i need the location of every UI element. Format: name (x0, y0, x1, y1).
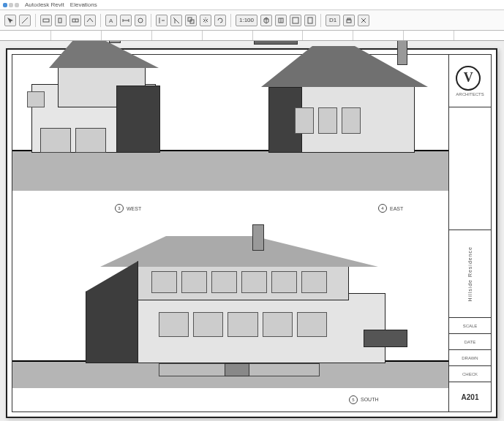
dimension-tool[interactable] (120, 15, 132, 26)
qat-icon[interactable] (15, 3, 19, 7)
separator (230, 14, 231, 27)
align-tool[interactable] (156, 15, 168, 26)
view-number: 4 (378, 204, 387, 213)
view-row-bottom: 5 SOUTH (12, 226, 448, 411)
garage-door (75, 128, 106, 153)
detail-level[interactable]: D1 (326, 15, 340, 26)
view-title: 3 WEST (115, 204, 141, 213)
qat-icon[interactable] (9, 3, 13, 7)
deck (254, 41, 298, 45)
view-name: SOUTH (361, 397, 379, 402)
svg-line-0 (22, 18, 28, 23)
window (342, 107, 361, 134)
app-icon (3, 3, 7, 7)
window-row-upper (151, 271, 327, 293)
elevation-view-east[interactable] (254, 41, 437, 153)
svg-point-9 (138, 18, 143, 23)
chimney (252, 224, 264, 251)
firm-name: ARCHITECTS (456, 92, 484, 96)
plan-tool[interactable] (290, 15, 301, 26)
rotate-tool[interactable] (214, 15, 226, 26)
separator (35, 14, 36, 27)
shadow-mass (86, 261, 138, 363)
separator (100, 14, 101, 27)
sheet-tool[interactable] (304, 15, 316, 26)
title-block-spacer (449, 107, 491, 230)
window-row (159, 312, 327, 337)
roof (49, 41, 159, 68)
view-number: 3 (115, 204, 124, 213)
project-title: Hillside Residence (467, 246, 473, 302)
wall-tool[interactable] (40, 15, 52, 26)
ribbon-toolbar: A 1:100 D1 (0, 10, 504, 31)
chimney (109, 41, 121, 43)
window-tool[interactable] (69, 15, 81, 26)
window (181, 271, 207, 293)
tag-tool[interactable] (135, 15, 146, 26)
project-title-cell: Hillside Residence (449, 230, 491, 318)
print-tool[interactable] (343, 15, 355, 26)
horizontal-ruler (0, 31, 504, 41)
window (301, 271, 327, 293)
sheet-border: V ARCHITECTS Hillside Residence SCALE DA… (12, 54, 492, 412)
garage-door (40, 128, 71, 153)
scale-selector[interactable]: 1:100 (236, 15, 257, 26)
title-block-row: DRAWN (449, 350, 491, 366)
title-block-row: DATE (449, 334, 491, 350)
ground-fill (12, 151, 448, 191)
elevation-view-south[interactable] (86, 224, 385, 363)
view-title: 5 SOUTH (349, 395, 379, 404)
line-tool[interactable] (19, 15, 31, 26)
elevation-view-west[interactable] (20, 41, 181, 153)
doc-title: Elevations (70, 1, 97, 8)
window (227, 312, 257, 337)
window (241, 271, 267, 293)
view-number: 5 (349, 395, 358, 404)
section-tool[interactable] (275, 15, 287, 26)
chimney (397, 41, 407, 65)
title-block-row: CHECK (449, 366, 491, 382)
menubar: Autodesk Revit Elevations (0, 0, 504, 10)
text-tool[interactable]: A (105, 15, 117, 26)
copy-tool[interactable] (185, 15, 197, 26)
sheet-number: A201 (449, 382, 491, 411)
window (211, 271, 237, 293)
svg-rect-17 (293, 18, 298, 23)
svg-rect-18 (308, 18, 312, 23)
view-title: 4 EAST (378, 204, 403, 213)
view-3d-tool[interactable] (260, 15, 272, 26)
view-name: EAST (390, 206, 403, 211)
window (318, 107, 337, 134)
door-tool[interactable] (55, 15, 67, 26)
window (193, 312, 223, 337)
view-name: WEST (127, 206, 141, 211)
window (159, 312, 189, 337)
separator (151, 14, 151, 27)
window (151, 271, 177, 293)
roof-tool[interactable] (84, 15, 96, 26)
sheet[interactable]: V ARCHITECTS Hillside Residence SCALE DA… (6, 48, 497, 418)
trim-tool[interactable] (170, 15, 182, 26)
drawing-canvas[interactable]: V ARCHITECTS Hillside Residence SCALE DA… (0, 41, 504, 421)
drawing-area[interactable]: 3 WEST 4 (12, 55, 448, 411)
window (295, 107, 314, 134)
separator (320, 14, 321, 27)
mirror-tool[interactable] (200, 15, 211, 26)
firm-logo: V ARCHITECTS (449, 55, 491, 107)
svg-rect-19 (347, 20, 351, 23)
title-block: V ARCHITECTS Hillside Residence SCALE DA… (448, 55, 491, 411)
shadow-mass (116, 86, 160, 153)
svg-rect-2 (59, 18, 61, 23)
window (263, 312, 293, 337)
view-row-top: 3 WEST 4 (12, 55, 448, 226)
window (27, 91, 45, 107)
svg-text:A: A (109, 18, 113, 24)
title-block-row: SCALE (449, 318, 491, 334)
roof (100, 236, 378, 267)
deck (364, 330, 407, 347)
firm-logo-mark: V (456, 66, 481, 91)
entry-door (225, 363, 249, 376)
svg-rect-20 (347, 18, 350, 20)
close-view-tool[interactable] (358, 15, 369, 26)
select-tool[interactable] (4, 15, 16, 26)
